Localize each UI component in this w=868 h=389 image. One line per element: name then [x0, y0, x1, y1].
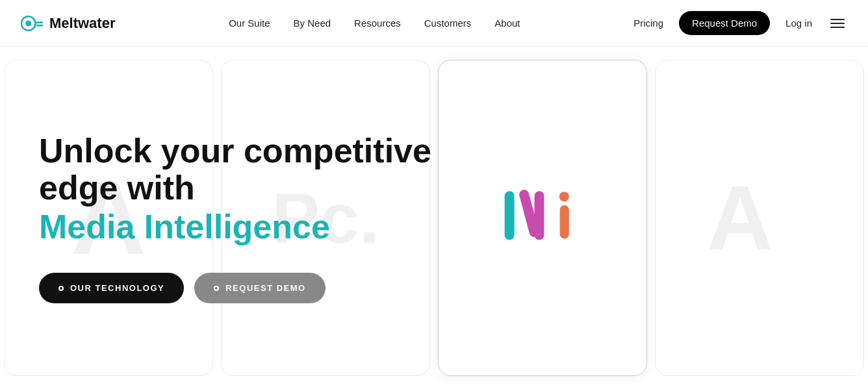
- hamburger-menu[interactable]: [828, 16, 847, 31]
- nav-item-by-need[interactable]: By Need: [294, 18, 331, 29]
- request-demo-dot: [214, 286, 219, 291]
- svg-point-1: [25, 20, 31, 26]
- hero-subtitle: Media Intelligence: [39, 207, 468, 247]
- mi-logo-visual: [491, 186, 594, 251]
- our-tech-label: OUR TECHNOLOGY: [70, 283, 164, 293]
- nav-item-about[interactable]: About: [494, 18, 520, 29]
- svg-rect-6: [535, 191, 544, 240]
- hero-title: Unlock your competitive edge with: [39, 132, 468, 207]
- bg-card-4: A: [655, 60, 864, 376]
- bg-card-3-mi-logo: [438, 60, 647, 376]
- main-nav: Meltwater Our Suite By Need Resources Cu…: [0, 0, 868, 47]
- svg-point-7: [559, 192, 569, 201]
- request-demo-nav-button[interactable]: Request Demo: [679, 11, 770, 35]
- logo-text: Meltwater: [49, 15, 115, 32]
- svg-rect-2: [36, 21, 43, 23]
- hamburger-line-3: [830, 27, 845, 28]
- hero-buttons: OUR TECHNOLOGY REQUEST DEMO: [39, 273, 468, 303]
- svg-rect-4: [505, 191, 515, 240]
- svg-rect-3: [36, 24, 43, 26]
- nav-item-resources[interactable]: Resources: [354, 18, 401, 29]
- bg-letter-4: A: [707, 173, 772, 264]
- request-demo-label: REQUEST DEMO: [225, 283, 305, 293]
- svg-rect-8: [560, 205, 569, 239]
- our-tech-dot: [58, 286, 64, 291]
- request-demo-hero-button[interactable]: REQUEST DEMO: [194, 273, 325, 303]
- nav-right: Pricing Request Demo Log in: [633, 11, 847, 35]
- our-technology-button[interactable]: OUR TECHNOLOGY: [39, 273, 184, 303]
- hamburger-line-2: [830, 23, 845, 24]
- hero-section: A Pc.: [0, 47, 868, 389]
- logo[interactable]: Meltwater: [21, 15, 115, 32]
- logo-icon: [21, 16, 44, 31]
- nav-item-customers[interactable]: Customers: [424, 18, 472, 29]
- pricing-link[interactable]: Pricing: [633, 18, 663, 29]
- hamburger-line-1: [830, 19, 845, 20]
- nav-links: Our Suite By Need Resources Customers Ab…: [229, 18, 520, 29]
- hero-content: Unlock your competitive edge with Media …: [39, 132, 468, 304]
- login-link[interactable]: Log in: [785, 18, 812, 29]
- nav-item-our-suite[interactable]: Our Suite: [229, 18, 270, 29]
